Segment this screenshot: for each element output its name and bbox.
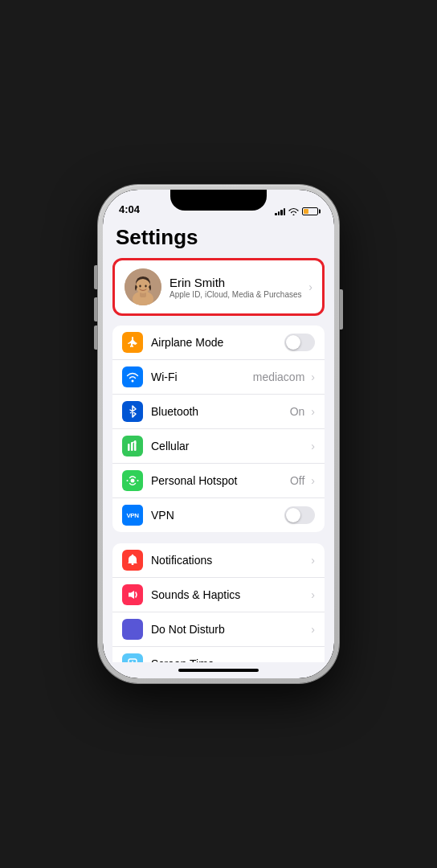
wifi-row[interactable]: Wi-Fi mediacom › [112,360,325,395]
profile-chevron: › [308,280,312,293]
cellular-chevron: › [311,440,315,452]
wifi-label: Wi-Fi [151,371,253,383]
notifications-icon [122,550,143,571]
cellular-icon [122,436,143,457]
vpn-toggle[interactable] [284,506,315,524]
bluetooth-value: On [290,405,305,418]
bluetooth-row[interactable]: Bluetooth On › [112,395,325,429]
svg-point-14 [132,555,133,556]
hotspot-label: Personal Hotspot [151,474,290,487]
svg-point-11 [127,480,129,481]
connectivity-group: Airplane Mode [112,326,325,532]
notifications-row[interactable]: Notifications › [112,543,325,578]
bluetooth-label: Bluetooth [151,405,290,418]
wifi-icon [122,366,143,387]
page-title: Settings [103,219,334,258]
signal-icon [275,207,285,215]
dnd-label: Do Not Disturb [151,623,308,636]
avatar [125,268,161,305]
battery-icon [302,207,318,215]
dnd-chevron: › [311,623,315,636]
screentime-row[interactable]: Screen Time › [112,647,325,662]
svg-point-6 [132,380,134,383]
sounds-label: Sounds & Haptics [151,588,308,601]
svg-point-10 [131,479,135,483]
airplane-icon [122,332,143,353]
svg-point-12 [137,480,139,481]
svg-rect-13 [132,563,134,565]
hotspot-icon [122,470,143,491]
vpn-icon: VPN [122,505,143,526]
vpn-label: VPN [151,509,284,522]
screentime-icon [122,653,143,662]
bluetooth-chevron: › [311,405,315,418]
vpn-row[interactable]: VPN VPN [112,498,325,532]
notifications-chevron: › [311,554,315,567]
notch [170,190,267,211]
sounds-row[interactable]: Sounds & Haptics › [112,578,325,612]
hotspot-chevron: › [311,474,315,487]
wifi-status-icon [288,207,299,215]
notifications-group: Notifications › Sounds & Haptics › [112,543,325,662]
profile-info: Erin Smith Apple ID, iCloud, Media & Pur… [169,276,305,299]
home-indicator[interactable] [103,662,334,678]
profile-row[interactable]: Erin Smith Apple ID, iCloud, Media & Pur… [112,258,325,316]
settings-content: Settings [103,219,334,662]
hotspot-row[interactable]: Personal Hotspot Off › [112,464,325,498]
hotspot-value: Off [290,474,304,487]
dnd-icon [122,619,143,640]
cellular-label: Cellular [151,440,308,452]
svg-point-4 [139,285,141,288]
svg-point-5 [145,285,146,288]
airplane-toggle[interactable] [284,334,315,351]
home-bar [178,669,259,672]
svg-rect-8 [131,442,133,451]
status-time: 4:04 [119,203,140,215]
sounds-icon [122,584,143,605]
status-icons [275,207,318,215]
svg-rect-7 [128,444,130,451]
wifi-value: mediacom [253,371,305,383]
airplane-label: Airplane Mode [151,336,284,349]
wifi-chevron: › [311,371,315,383]
profile-subtitle: Apple ID, iCloud, Media & Purchases [169,290,305,299]
profile-name: Erin Smith [169,276,305,289]
dnd-row[interactable]: Do Not Disturb › [112,612,325,647]
cellular-row[interactable]: Cellular › [112,429,325,464]
airplane-mode-row[interactable]: Airplane Mode [112,326,325,360]
bluetooth-icon [122,401,143,422]
notifications-label: Notifications [151,554,308,567]
sounds-chevron: › [311,588,315,601]
